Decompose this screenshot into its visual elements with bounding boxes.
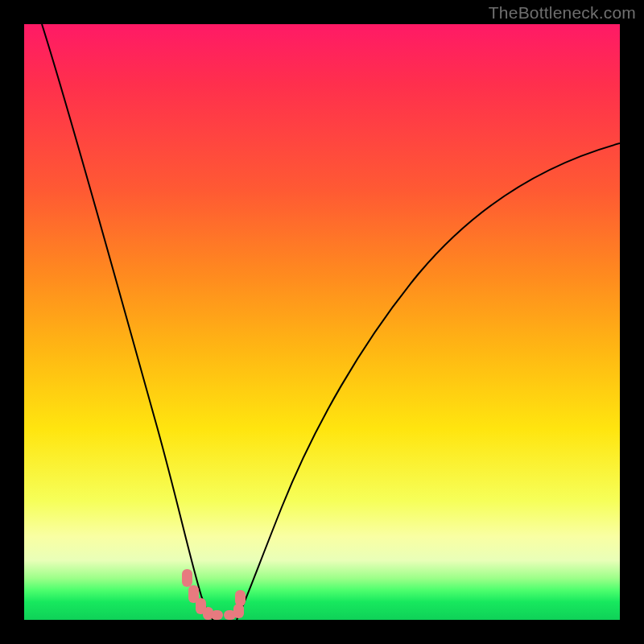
valley-markers-group bbox=[182, 569, 246, 620]
curve-right-branch bbox=[237, 143, 620, 620]
plot-area bbox=[24, 24, 620, 620]
valley-marker bbox=[235, 590, 246, 606]
bottleneck-curve-svg bbox=[24, 24, 620, 620]
curve-left-branch bbox=[42, 24, 213, 620]
watermark-text: TheBottleneck.com bbox=[489, 3, 636, 23]
valley-marker bbox=[182, 569, 192, 587]
chart-frame: TheBottleneck.com bbox=[0, 0, 644, 644]
valley-marker bbox=[211, 610, 223, 620]
